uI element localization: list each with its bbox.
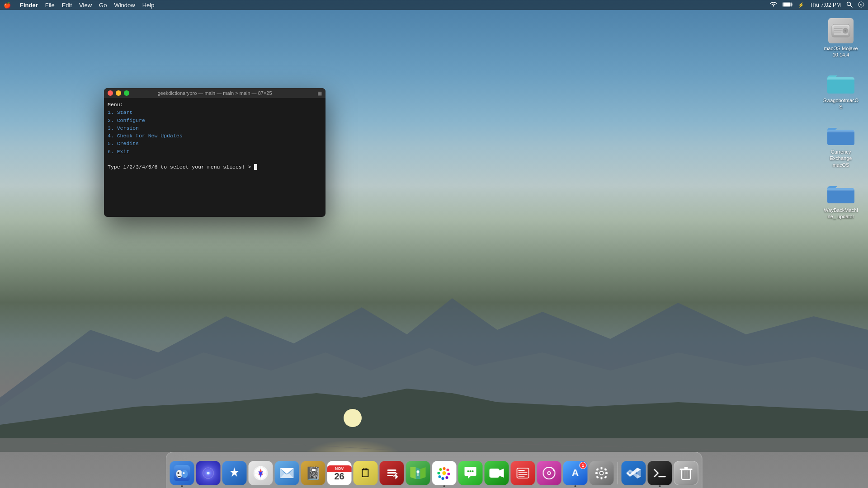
terminal-prompt-line[interactable]: Type 1/2/3/4/5/6 to select your menu sli… [108, 163, 322, 171]
svg-rect-79 [601, 467, 603, 469]
menubar-finder[interactable]: Finder [20, 2, 38, 9]
svg-rect-90 [684, 467, 688, 469]
svg-point-65 [472, 470, 474, 472]
swagobot-icon-label: SwagobotmacOS [823, 97, 859, 110]
vscode-icon [622, 461, 646, 485]
dock-item-calendar[interactable]: NOV 26 [327, 461, 352, 486]
svg-point-78 [600, 472, 603, 474]
airmail-icon [275, 461, 299, 485]
apple-menu[interactable]: 🍎 [4, 2, 11, 9]
terminal-menu-item-4: 4. Check for New Updates [108, 132, 322, 140]
menubar-go[interactable]: Go [99, 2, 107, 9]
svg-rect-72 [519, 476, 525, 477]
dock-item-messages[interactable] [458, 461, 483, 486]
svg-rect-29 [827, 131, 854, 145]
dock-item-trash[interactable] [674, 461, 698, 486]
photos-dot [443, 485, 445, 487]
mountain-svg [0, 262, 868, 452]
desktop-icon-mojave[interactable]: macOS Mojave 10.14.4 [823, 18, 859, 58]
svg-point-37 [178, 472, 179, 474]
dock-item-airmail[interactable] [275, 461, 299, 486]
messages-icon [458, 461, 483, 485]
svg-rect-86 [604, 475, 607, 479]
svg-rect-22 [834, 28, 843, 29]
svg-rect-69 [519, 470, 525, 471]
terminal-body[interactable]: Menu: 1. Start 2. Configure 3. Version 4… [104, 98, 326, 174]
spotlight-icon[interactable] [846, 1, 853, 9]
desktop-icon-wayback[interactable]: WayBackMachine_ updator [823, 182, 859, 220]
svg-rect-24 [834, 32, 841, 33]
dock-item-maps[interactable] [406, 461, 430, 486]
dock-item-safari[interactable] [249, 461, 273, 486]
dock-item-launchpad[interactable] [222, 461, 247, 486]
news-icon [511, 461, 535, 485]
svg-point-60 [439, 475, 441, 478]
svg-point-4 [344, 409, 362, 427]
dock-item-snippets[interactable] [380, 461, 404, 486]
svg-rect-12 [792, 3, 793, 5]
window-maximize-button[interactable] [124, 90, 129, 96]
terminal-scroll-icon[interactable]: ▦ [317, 90, 322, 96]
menubar: 🍎 Finder File Edit View Go Window Help ⚡… [0, 0, 868, 10]
charge-icon: ⚡ [798, 2, 804, 8]
siri-icon [196, 461, 221, 485]
calendar-icon: NOV 26 [327, 461, 352, 485]
snippets-icon [380, 461, 404, 485]
appstore-badge: 1 [580, 462, 587, 469]
dock-item-vscode[interactable] [622, 461, 646, 486]
dock: 📓 NOV 26 🗒 [166, 452, 703, 488]
desktop-icon-swagobot[interactable]: SwagobotmacOS [823, 72, 859, 110]
svg-rect-33 [827, 188, 854, 191]
desktop-icon-currency[interactable]: Currency Exchange macOS [823, 123, 859, 168]
window-minimize-button[interactable] [116, 90, 121, 96]
dock-item-itunes[interactable] [537, 461, 561, 486]
terminal-dot [659, 485, 661, 487]
svg-point-55 [443, 467, 446, 470]
mojave-icon-img [828, 18, 854, 43]
dock-item-news[interactable] [511, 461, 535, 486]
svg-text:S: S [860, 3, 862, 7]
itunes-icon [537, 461, 561, 485]
dock-item-appstore[interactable]: A 1 [563, 461, 588, 486]
svg-point-61 [438, 472, 440, 474]
siri-icon[interactable]: S [858, 1, 864, 9]
wayback-icon-img [826, 182, 855, 205]
battery-icon[interactable] [783, 2, 793, 9]
menubar-window[interactable]: Window [114, 2, 135, 9]
finder-dot [181, 485, 183, 487]
dock-item-facetime[interactable] [485, 461, 509, 486]
safari-icon [249, 461, 273, 485]
dock-separator [618, 462, 618, 484]
svg-rect-81 [595, 472, 598, 474]
svg-rect-27 [827, 77, 854, 80]
menubar-edit[interactable]: Edit [62, 2, 72, 9]
currency-icon-img [826, 123, 855, 147]
terminal-title: geekdictionarypro — main — main > main —… [157, 90, 272, 96]
svg-point-36 [182, 470, 188, 478]
wayback-icon-label: WayBackMachine_ updator [823, 207, 859, 220]
dock-item-sysprefs[interactable] [590, 461, 614, 486]
terminal-titlebar: geekdictionarypro — main — main > main —… [104, 88, 326, 98]
svg-rect-71 [519, 474, 528, 475]
terminal-window[interactable]: geekdictionarypro — main — main > main —… [104, 88, 326, 217]
terminal-cursor [254, 164, 257, 170]
window-close-button[interactable] [108, 90, 113, 96]
svg-point-40 [207, 472, 210, 474]
menubar-help[interactable]: Help [142, 2, 155, 9]
wifi-icon[interactable] [770, 2, 777, 9]
svg-rect-23 [834, 30, 842, 31]
dock-item-photos[interactable] [432, 461, 457, 486]
dock-item-finder[interactable] [170, 461, 194, 486]
svg-point-75 [548, 472, 550, 474]
menubar-file[interactable]: File [45, 2, 55, 9]
stickies-icon: 🗒 [354, 461, 378, 485]
dock-item-notefile[interactable]: 📓 [301, 461, 326, 486]
menubar-left: 🍎 Finder File Edit View Go Window Help [4, 2, 154, 9]
menubar-view[interactable]: View [79, 2, 92, 9]
terminal-menu-label: Menu: [108, 101, 322, 108]
dock-item-siri[interactable] [196, 461, 221, 486]
dock-item-terminal[interactable] [648, 461, 672, 486]
dock-item-stickies[interactable]: 🗒 [354, 461, 378, 486]
svg-point-63 [467, 470, 469, 472]
currency-icon-label: Currency Exchange macOS [823, 149, 859, 168]
